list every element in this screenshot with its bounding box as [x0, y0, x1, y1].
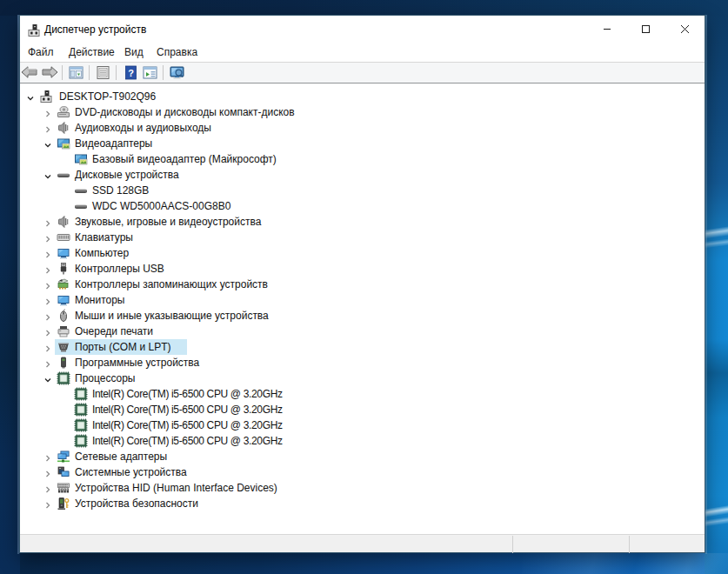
svg-text:?: ?	[128, 68, 134, 78]
